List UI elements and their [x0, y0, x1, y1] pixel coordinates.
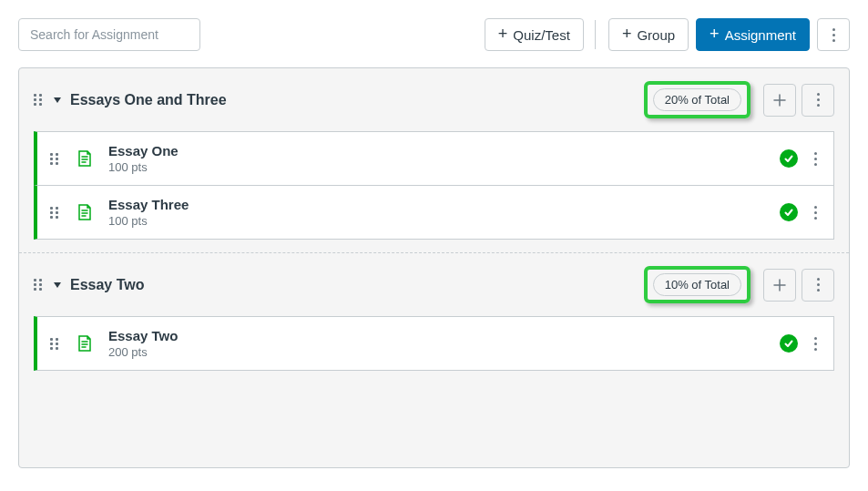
add-assignment-label: Assignment	[725, 27, 796, 43]
assignment-group: Essay Two 10% of Total	[19, 253, 849, 384]
group-more-button[interactable]	[802, 84, 834, 117]
group-items: Essay One 100 pts	[19, 131, 849, 252]
plus-icon	[773, 279, 786, 292]
divider	[595, 20, 596, 49]
item-body: Essay Three 100 pts	[108, 197, 780, 228]
assignment-icon	[76, 203, 94, 221]
item-points: 100 pts	[108, 160, 780, 174]
drag-handle-icon[interactable]	[34, 279, 45, 291]
assignments-panel: Essays One and Three 20% of Total	[18, 67, 850, 468]
item-body: Essay One 100 pts	[108, 143, 780, 174]
add-quiz-button[interactable]: + Quiz/Test	[485, 18, 584, 51]
group-header[interactable]: Essay Two 10% of Total	[19, 253, 849, 316]
group-more-button[interactable]	[802, 269, 834, 302]
item-more-button[interactable]	[811, 333, 821, 354]
toolbar-more-button[interactable]	[817, 18, 850, 51]
assignment-group: Essays One and Three 20% of Total	[19, 68, 849, 253]
weight-pill: 20% of Total	[653, 88, 741, 111]
more-icon	[829, 25, 839, 46]
assignment-item[interactable]: Essay Three 100 pts	[34, 186, 834, 240]
weight-highlight: 20% of Total	[644, 81, 751, 118]
group-header[interactable]: Essays One and Three 20% of Total	[19, 68, 849, 131]
item-title[interactable]: Essay One	[108, 143, 780, 159]
item-title[interactable]: Essay Two	[108, 328, 780, 343]
group-title: Essay Two	[70, 277, 145, 293]
toolbar: + Quiz/Test + Group + Assignment	[18, 18, 850, 51]
item-title[interactable]: Essay Three	[108, 197, 780, 212]
add-group-label: Group	[637, 27, 675, 43]
drag-handle-icon[interactable]	[34, 94, 45, 106]
item-points: 200 pts	[108, 345, 780, 359]
assignment-icon	[76, 334, 94, 353]
plus-icon: +	[498, 26, 508, 42]
weight-highlight: 10% of Total	[644, 266, 751, 303]
group-title: Essays One and Three	[70, 92, 227, 108]
caret-down-icon[interactable]	[54, 97, 61, 103]
item-body: Essay Two 200 pts	[108, 328, 780, 359]
item-more-button[interactable]	[811, 202, 821, 223]
published-icon[interactable]	[780, 334, 798, 353]
add-group-button[interactable]: + Group	[608, 18, 689, 51]
search-input[interactable]	[18, 18, 200, 51]
plus-icon: +	[710, 26, 720, 42]
add-assignment-button[interactable]: + Assignment	[696, 18, 810, 51]
published-icon[interactable]	[780, 203, 798, 221]
weight-pill: 10% of Total	[653, 273, 741, 296]
item-points: 100 pts	[108, 214, 780, 228]
add-quiz-label: Quiz/Test	[513, 27, 570, 43]
plus-icon	[773, 94, 786, 107]
drag-handle-icon[interactable]	[50, 207, 61, 219]
assignment-item[interactable]: Essay Two 200 pts	[34, 316, 834, 371]
more-icon	[813, 274, 823, 295]
more-icon	[813, 89, 823, 110]
assignment-item[interactable]: Essay One 100 pts	[34, 131, 834, 186]
group-add-button[interactable]	[763, 84, 796, 117]
drag-handle-icon[interactable]	[50, 338, 61, 350]
published-icon[interactable]	[780, 149, 798, 168]
group-items: Essay Two 200 pts	[19, 316, 849, 384]
group-add-button[interactable]	[763, 269, 796, 302]
assignment-icon	[76, 149, 94, 168]
plus-icon: +	[622, 26, 632, 42]
caret-down-icon[interactable]	[54, 282, 61, 288]
drag-handle-icon[interactable]	[50, 153, 61, 165]
item-more-button[interactable]	[811, 148, 821, 169]
